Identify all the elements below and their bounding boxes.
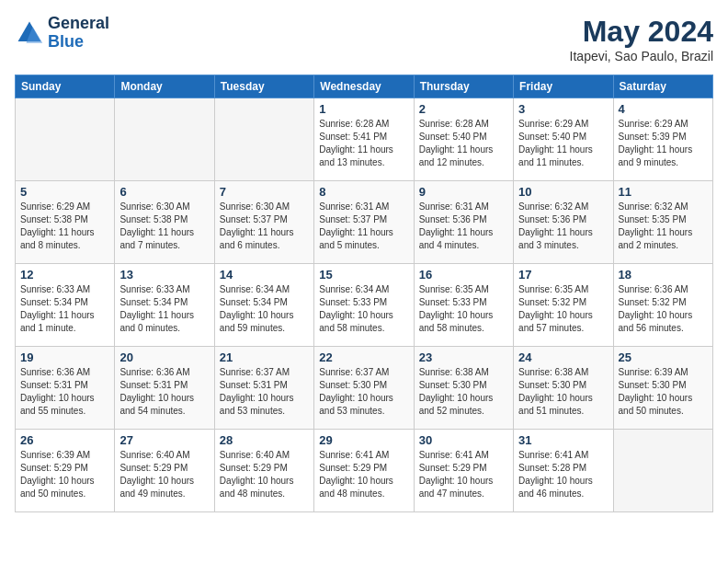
day-info: Sunrise: 6:30 AMSunset: 5:38 PMDaylight:… xyxy=(119,201,209,252)
day-info: Sunrise: 6:31 AMSunset: 5:36 PMDaylight:… xyxy=(419,201,508,252)
calendar-cell: 5Sunrise: 6:29 AMSunset: 5:38 PMDaylight… xyxy=(16,181,115,264)
calendar-cell xyxy=(16,98,115,181)
day-info: Sunrise: 6:41 AMSunset: 5:28 PMDaylight:… xyxy=(518,449,608,500)
day-number: 29 xyxy=(319,433,408,447)
day-number: 1 xyxy=(319,102,408,116)
calendar-cell: 10Sunrise: 6:32 AMSunset: 5:36 PMDayligh… xyxy=(514,181,613,264)
calendar-cell: 30Sunrise: 6:41 AMSunset: 5:29 PMDayligh… xyxy=(414,430,513,512)
day-info: Sunrise: 6:29 AMSunset: 5:40 PMDaylight:… xyxy=(518,118,608,169)
calendar-cell: 13Sunrise: 6:33 AMSunset: 5:34 PMDayligh… xyxy=(115,264,214,347)
day-number: 6 xyxy=(119,185,209,199)
day-number: 24 xyxy=(518,350,608,364)
day-info: Sunrise: 6:33 AMSunset: 5:34 PMDaylight:… xyxy=(119,283,209,335)
day-info: Sunrise: 6:36 AMSunset: 5:32 PMDaylight:… xyxy=(619,283,708,335)
day-info: Sunrise: 6:28 AMSunset: 5:41 PMDaylight:… xyxy=(319,118,408,169)
calendar-cell: 7Sunrise: 6:30 AMSunset: 5:37 PMDaylight… xyxy=(214,181,313,264)
day-info: Sunrise: 6:29 AMSunset: 5:39 PMDaylight:… xyxy=(619,118,708,169)
day-info: Sunrise: 6:41 AMSunset: 5:29 PMDaylight:… xyxy=(419,449,508,500)
calendar-week: 12Sunrise: 6:33 AMSunset: 5:34 PMDayligh… xyxy=(16,264,713,347)
calendar-cell: 22Sunrise: 6:37 AMSunset: 5:30 PMDayligh… xyxy=(314,347,414,430)
calendar-week: 1Sunrise: 6:28 AMSunset: 5:41 PMDaylight… xyxy=(16,98,713,181)
day-number: 16 xyxy=(419,268,508,282)
day-info: Sunrise: 6:38 AMSunset: 5:30 PMDaylight:… xyxy=(419,366,508,418)
weekday-header: Monday xyxy=(115,75,214,98)
day-number: 27 xyxy=(119,433,209,447)
day-number: 19 xyxy=(20,350,109,364)
title-block: May 2024 Itapevi, Sao Paulo, Brazil xyxy=(570,15,713,63)
calendar-cell: 31Sunrise: 6:41 AMSunset: 5:28 PMDayligh… xyxy=(514,430,613,512)
day-info: Sunrise: 6:34 AMSunset: 5:34 PMDaylight:… xyxy=(220,283,309,335)
logo-line1: General xyxy=(48,15,109,33)
day-info: Sunrise: 6:32 AMSunset: 5:35 PMDaylight:… xyxy=(619,201,708,252)
logo-icon xyxy=(15,18,44,48)
day-info: Sunrise: 6:29 AMSunset: 5:38 PMDaylight:… xyxy=(20,201,109,252)
day-number: 7 xyxy=(220,185,309,199)
day-number: 15 xyxy=(319,268,408,282)
day-info: Sunrise: 6:40 AMSunset: 5:29 PMDaylight:… xyxy=(119,449,209,500)
day-number: 30 xyxy=(419,433,508,447)
day-number: 12 xyxy=(20,268,109,282)
day-number: 13 xyxy=(119,268,209,282)
day-number: 23 xyxy=(419,350,508,364)
calendar-cell: 26Sunrise: 6:39 AMSunset: 5:29 PMDayligh… xyxy=(16,430,115,512)
month-title: May 2024 xyxy=(570,15,713,49)
calendar-cell: 24Sunrise: 6:38 AMSunset: 5:30 PMDayligh… xyxy=(514,347,613,430)
day-info: Sunrise: 6:30 AMSunset: 5:37 PMDaylight:… xyxy=(220,201,309,252)
weekday-header: Wednesday xyxy=(314,75,414,98)
day-info: Sunrise: 6:34 AMSunset: 5:33 PMDaylight:… xyxy=(319,283,408,335)
day-number: 11 xyxy=(619,185,708,199)
calendar-cell xyxy=(214,98,313,181)
calendar-cell: 2Sunrise: 6:28 AMSunset: 5:40 PMDaylight… xyxy=(414,98,513,181)
calendar-cell: 29Sunrise: 6:41 AMSunset: 5:29 PMDayligh… xyxy=(314,430,414,512)
calendar-cell xyxy=(115,98,214,181)
day-info: Sunrise: 6:31 AMSunset: 5:37 PMDaylight:… xyxy=(319,201,408,252)
calendar-cell: 27Sunrise: 6:40 AMSunset: 5:29 PMDayligh… xyxy=(115,430,214,512)
calendar-cell: 28Sunrise: 6:40 AMSunset: 5:29 PMDayligh… xyxy=(214,430,313,512)
calendar-cell: 1Sunrise: 6:28 AMSunset: 5:41 PMDaylight… xyxy=(314,98,414,181)
weekday-header: Saturday xyxy=(613,75,712,98)
header-row: SundayMondayTuesdayWednesdayThursdayFrid… xyxy=(16,75,713,98)
day-number: 28 xyxy=(220,433,309,447)
day-number: 18 xyxy=(619,268,708,282)
calendar-cell: 8Sunrise: 6:31 AMSunset: 5:37 PMDaylight… xyxy=(314,181,414,264)
day-info: Sunrise: 6:35 AMSunset: 5:33 PMDaylight:… xyxy=(419,283,508,335)
calendar-week: 5Sunrise: 6:29 AMSunset: 5:38 PMDaylight… xyxy=(16,181,713,264)
day-number: 10 xyxy=(518,185,608,199)
day-number: 4 xyxy=(619,102,708,116)
calendar-cell xyxy=(613,430,712,512)
day-info: Sunrise: 6:38 AMSunset: 5:30 PMDaylight:… xyxy=(518,366,608,418)
calendar-week: 26Sunrise: 6:39 AMSunset: 5:29 PMDayligh… xyxy=(16,430,713,512)
day-info: Sunrise: 6:36 AMSunset: 5:31 PMDaylight:… xyxy=(20,366,109,418)
day-number: 20 xyxy=(119,350,209,364)
weekday-header: Tuesday xyxy=(214,75,313,98)
weekday-header: Friday xyxy=(514,75,613,98)
calendar-cell: 15Sunrise: 6:34 AMSunset: 5:33 PMDayligh… xyxy=(314,264,414,347)
calendar-cell: 6Sunrise: 6:30 AMSunset: 5:38 PMDaylight… xyxy=(115,181,214,264)
day-number: 22 xyxy=(319,350,408,364)
calendar-cell: 3Sunrise: 6:29 AMSunset: 5:40 PMDaylight… xyxy=(514,98,613,181)
weekday-header: Thursday xyxy=(414,75,513,98)
day-info: Sunrise: 6:36 AMSunset: 5:31 PMDaylight:… xyxy=(119,366,209,418)
calendar-cell: 19Sunrise: 6:36 AMSunset: 5:31 PMDayligh… xyxy=(16,347,115,430)
calendar-cell: 4Sunrise: 6:29 AMSunset: 5:39 PMDaylight… xyxy=(613,98,712,181)
calendar-week: 19Sunrise: 6:36 AMSunset: 5:31 PMDayligh… xyxy=(16,347,713,430)
weekday-header: Sunday xyxy=(16,75,115,98)
day-number: 26 xyxy=(20,433,109,447)
logo-line2: Blue xyxy=(48,33,109,52)
day-number: 5 xyxy=(20,185,109,199)
day-info: Sunrise: 6:41 AMSunset: 5:29 PMDaylight:… xyxy=(319,449,408,500)
calendar-cell: 18Sunrise: 6:36 AMSunset: 5:32 PMDayligh… xyxy=(613,264,712,347)
day-number: 9 xyxy=(419,185,508,199)
calendar-cell: 25Sunrise: 6:39 AMSunset: 5:30 PMDayligh… xyxy=(613,347,712,430)
day-info: Sunrise: 6:39 AMSunset: 5:30 PMDaylight:… xyxy=(619,366,708,418)
day-number: 2 xyxy=(419,102,508,116)
day-info: Sunrise: 6:35 AMSunset: 5:32 PMDaylight:… xyxy=(518,283,608,335)
calendar-cell: 11Sunrise: 6:32 AMSunset: 5:35 PMDayligh… xyxy=(613,181,712,264)
calendar-cell: 20Sunrise: 6:36 AMSunset: 5:31 PMDayligh… xyxy=(115,347,214,430)
calendar-cell: 12Sunrise: 6:33 AMSunset: 5:34 PMDayligh… xyxy=(16,264,115,347)
calendar-cell: 17Sunrise: 6:35 AMSunset: 5:32 PMDayligh… xyxy=(514,264,613,347)
day-info: Sunrise: 6:33 AMSunset: 5:34 PMDaylight:… xyxy=(20,283,109,335)
day-number: 8 xyxy=(319,185,408,199)
page-header: General Blue May 2024 Itapevi, Sao Paulo… xyxy=(15,15,713,63)
day-number: 31 xyxy=(518,433,608,447)
